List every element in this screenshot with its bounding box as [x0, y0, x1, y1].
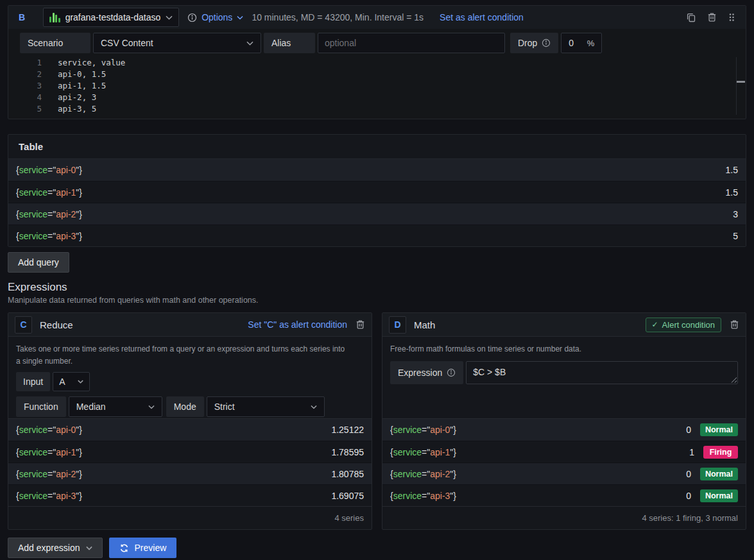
- label-value: api-1: [56, 447, 76, 457]
- series-label: {service="api-1"}: [16, 187, 82, 198]
- label-name: service: [393, 447, 422, 457]
- series-label: {service="api-3"}: [390, 491, 456, 501]
- series-row: {service="api-2"}0Normal: [382, 462, 746, 484]
- math-series-summary: 4 series: 1 firing, 3 normal: [382, 506, 746, 529]
- math-card-content: Free-form math formulas on time series o…: [382, 337, 746, 418]
- options-label: Options: [201, 12, 232, 22]
- label-name: service: [19, 209, 47, 219]
- label-name: service: [393, 425, 422, 435]
- mode-select[interactable]: Strict: [207, 396, 325, 417]
- editor-scroll-indicator[interactable]: [737, 81, 745, 83]
- label-value: api-2: [430, 469, 450, 479]
- duplicate-icon[interactable]: [686, 12, 696, 22]
- line-number: 4: [8, 92, 42, 103]
- series-value: 1.25122: [331, 425, 364, 435]
- series-row: {service="api-1"}1.5: [8, 181, 746, 203]
- series-label: {service="api-2"}: [16, 469, 82, 479]
- label-value: api-0: [430, 425, 450, 435]
- datasource-icon: [49, 13, 60, 22]
- series-label: {service="api-3"}: [16, 491, 82, 501]
- input-ref-value: A: [59, 377, 65, 387]
- query-ref-id: B: [19, 12, 25, 22]
- label-value: api-2: [56, 469, 76, 479]
- reduce-description: Takes one or more time series returned f…: [16, 343, 350, 367]
- function-label: Function: [16, 396, 66, 417]
- query-options-summary: 10 minutes, MD = 43200, Min. Interval = …: [252, 12, 424, 22]
- add-expression-button[interactable]: Add expression: [8, 538, 103, 558]
- add-query-button[interactable]: Add query: [8, 252, 69, 273]
- label-punctuation: =": [47, 187, 56, 198]
- reduce-card-content: Takes one or more time series returned f…: [8, 337, 372, 418]
- series-value: 5: [733, 231, 738, 241]
- series-label: {service="api-3"}: [16, 231, 82, 241]
- preview-button[interactable]: Preview: [109, 538, 177, 558]
- datasource-picker[interactable]: grafana-testdata-datasou: [43, 8, 179, 27]
- delete-expression-icon[interactable]: [730, 319, 739, 330]
- editor-line: 3api-1, 1.5: [8, 80, 746, 92]
- series-label: {service="api-0"}: [390, 425, 456, 435]
- function-select[interactable]: Median: [69, 396, 162, 417]
- label-punctuation: "}: [450, 425, 456, 435]
- table-rows: {service="api-0"}1.5{service="api-1"}1.5…: [8, 159, 746, 246]
- series-label: {service="api-1"}: [16, 447, 82, 457]
- label-punctuation: =": [47, 425, 56, 435]
- drop-percent-input[interactable]: 0 %: [561, 33, 602, 53]
- info-icon: [447, 368, 456, 377]
- chevron-down-icon: [78, 380, 83, 384]
- label-name: service: [19, 231, 47, 241]
- state-badge: Normal: [700, 423, 738, 436]
- drag-handle-icon[interactable]: [728, 12, 735, 22]
- label-value: api-0: [56, 165, 76, 175]
- series-value: 1.78595: [331, 447, 364, 457]
- csv-code-editor[interactable]: 1service, value2api-0, 1.53api-1, 1.54ap…: [8, 57, 746, 115]
- input-label: Input: [16, 372, 50, 391]
- series-value: 1.5: [726, 165, 738, 175]
- label-punctuation: "}: [450, 447, 456, 457]
- series-row: {service="api-3"}5: [8, 225, 746, 246]
- expression-type-title: Math: [414, 319, 435, 330]
- options-toggle[interactable]: Options: [187, 12, 243, 22]
- label-name: service: [393, 469, 422, 479]
- refresh-icon: [119, 543, 129, 553]
- delete-expression-icon[interactable]: [356, 319, 365, 330]
- math-card-header: D Math ✓ Alert condition: [382, 313, 746, 337]
- reduce-input-row: Input A: [16, 372, 364, 391]
- chevron-down-icon: [246, 41, 253, 46]
- alias-input[interactable]: [318, 33, 505, 53]
- label-punctuation: =": [47, 231, 56, 241]
- math-expression-input[interactable]: $C > $B: [466, 361, 738, 384]
- input-ref-select[interactable]: A: [53, 372, 90, 391]
- series-label: {service="api-1"}: [390, 447, 456, 457]
- scenario-select[interactable]: CSV Content: [93, 33, 261, 53]
- reduce-results: {service="api-0"}1.25122{service="api-1"…: [8, 418, 372, 506]
- label-punctuation: =": [422, 447, 430, 457]
- label-punctuation: "}: [450, 469, 456, 479]
- set-c-alert-condition-link[interactable]: Set "C" as alert condition: [248, 319, 347, 330]
- label-name: service: [393, 491, 422, 501]
- alert-condition-badge[interactable]: ✓ Alert condition: [646, 318, 721, 332]
- query-header: B grafana-testdata-datasou Options 10 mi…: [8, 6, 746, 29]
- drop-label: Drop: [510, 33, 558, 53]
- label-value: api-3: [430, 491, 450, 501]
- series-row: {service="api-3"}0Normal: [382, 484, 746, 506]
- series-value: 1.80785: [331, 469, 364, 479]
- math-description: Free-form math formulas on time series o…: [390, 343, 724, 355]
- label-value: api-1: [430, 447, 450, 457]
- set-alert-condition-link[interactable]: Set as alert condition: [440, 12, 524, 22]
- line-number: 2: [8, 69, 42, 80]
- label-punctuation: "}: [76, 231, 82, 241]
- math-results: {service="api-0"}0Normal{service="api-1"…: [382, 418, 746, 506]
- label-punctuation: =": [422, 425, 430, 435]
- delete-query-icon[interactable]: [707, 12, 717, 22]
- label-name: service: [19, 469, 47, 479]
- table-panel-title: Table: [8, 135, 746, 159]
- line-number: 1: [8, 57, 42, 69]
- label-name: service: [19, 187, 47, 198]
- drop-value: 0: [569, 38, 574, 48]
- editor-overview-ruler: [736, 57, 737, 115]
- query-editor-card: B grafana-testdata-datasou Options 10 mi…: [8, 5, 746, 119]
- chevron-down-icon: [166, 15, 173, 20]
- series-label: {service="api-2"}: [16, 209, 82, 219]
- label-punctuation: =": [47, 491, 56, 501]
- expression-ref-id: D: [389, 316, 406, 334]
